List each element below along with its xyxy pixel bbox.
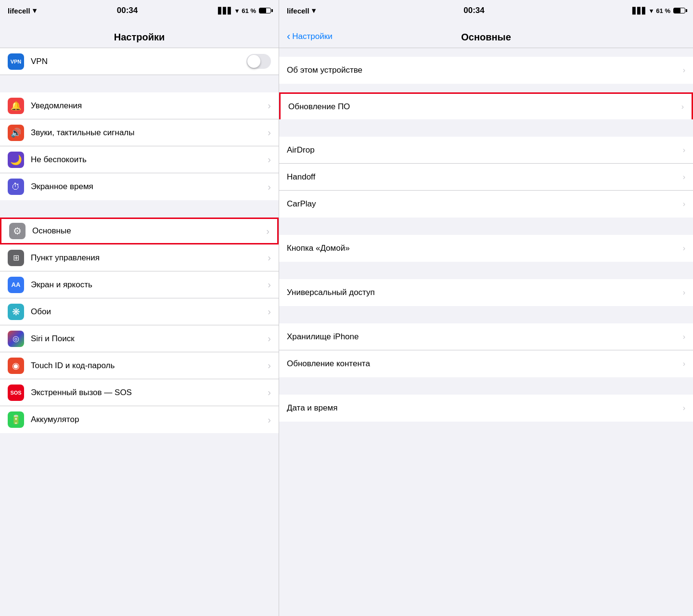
sounds-chevron bbox=[268, 127, 271, 138]
battery-chevron bbox=[268, 414, 271, 425]
left-carrier-info: lifecell ▾ bbox=[8, 6, 37, 15]
left-nav-bar: Настройки bbox=[0, 21, 279, 48]
general-label: Основные bbox=[32, 226, 266, 236]
right-spacer-0 bbox=[279, 48, 693, 57]
notifications-label: Уведомления bbox=[31, 101, 268, 111]
list-item[interactable]: ◉ Touch ID и код-пароль bbox=[0, 352, 279, 379]
back-label: Настройки bbox=[292, 32, 332, 41]
general-section: ⚙ Основные ⊞ Пункт управления AA Экран и… bbox=[0, 218, 279, 433]
storage-chevron: › bbox=[683, 333, 685, 341]
home-button-chevron: › bbox=[683, 244, 685, 253]
back-button[interactable]: ‹ Настройки bbox=[287, 30, 333, 43]
siri-label: Siri и Поиск bbox=[31, 334, 268, 344]
right-section-about: Об этом устройстве › bbox=[279, 57, 693, 84]
touch-id-chevron bbox=[268, 360, 271, 371]
software-update-label: Обновление ПО bbox=[288, 102, 681, 112]
list-item[interactable]: ◎ Siri и Поиск bbox=[0, 325, 279, 352]
general-chevron bbox=[266, 226, 270, 237]
screen-time-chevron bbox=[268, 181, 271, 192]
bg-refresh-label: Обновление контента bbox=[287, 359, 683, 369]
datetime-label: Дата и время bbox=[287, 403, 683, 413]
right-nav-bar: ‹ Настройки Основные bbox=[279, 21, 693, 48]
dnd-label: Не беспокоить bbox=[31, 155, 268, 165]
general-glyph: ⚙ bbox=[13, 225, 22, 237]
list-item[interactable]: SOS Экстренный вызов — SOS bbox=[0, 379, 279, 406]
left-carrier: lifecell bbox=[8, 7, 30, 15]
list-item[interactable]: 🔋 Аккумулятор bbox=[0, 406, 279, 433]
right-signal-icon: ▋▋▋ bbox=[632, 7, 647, 14]
list-item[interactable]: AirDrop › bbox=[279, 137, 693, 164]
right-battery-percent: 61 % bbox=[656, 7, 670, 14]
right-spacer-1 bbox=[279, 84, 693, 92]
vpn-item-label: VPN bbox=[31, 57, 246, 66]
list-item[interactable]: ❋ Обои bbox=[0, 298, 279, 325]
left-status-bar: lifecell ▾ 00:34 ▋▋▋ ▾ 61 % bbox=[0, 0, 279, 21]
right-battery-area: ▋▋▋ ▾ 61 % bbox=[632, 7, 685, 14]
about-label: Об этом устройстве bbox=[287, 65, 683, 75]
touch-id-glyph: ◉ bbox=[12, 360, 20, 371]
list-item[interactable]: Обновление контента › bbox=[279, 350, 693, 377]
home-button-label: Кнопка «Домой» bbox=[287, 244, 683, 253]
dnd-glyph: 🌙 bbox=[10, 154, 22, 166]
airdrop-chevron: › bbox=[683, 146, 685, 154]
datetime-chevron: › bbox=[683, 404, 685, 412]
list-item[interactable]: CarPlay › bbox=[279, 191, 693, 218]
list-item[interactable]: Об этом устройстве › bbox=[279, 57, 693, 84]
battery-label: Аккумулятор bbox=[31, 415, 268, 424]
right-wifi-icon2: ▾ bbox=[650, 7, 653, 14]
list-item[interactable]: Хранилище iPhone › bbox=[279, 323, 693, 350]
right-battery-fill bbox=[674, 8, 680, 13]
list-item[interactable]: Дата и время › bbox=[279, 395, 693, 422]
left-wifi-icon2: ▾ bbox=[235, 7, 239, 14]
about-chevron: › bbox=[683, 66, 685, 75]
left-settings-list: VPN VPN 🔔 Уведомления 🔊 bbox=[0, 48, 279, 616]
list-item[interactable]: Универсальный доступ › bbox=[279, 279, 693, 306]
list-item[interactable]: 🔊 Звуки, тактильные сигналы bbox=[0, 119, 279, 146]
list-item[interactable]: AA Экран и яркость bbox=[0, 271, 279, 298]
screen-time-icon: ⏱ bbox=[8, 179, 24, 195]
list-item[interactable]: Handoff › bbox=[279, 164, 693, 191]
handoff-label: Handoff bbox=[287, 172, 683, 182]
right-section-accessibility: Универсальный доступ › bbox=[279, 279, 693, 306]
vpn-toggle[interactable] bbox=[246, 54, 271, 69]
sounds-glyph: 🔊 bbox=[11, 128, 21, 138]
dnd-icon: 🌙 bbox=[8, 152, 24, 168]
list-item-software-update[interactable]: Обновление ПО › bbox=[279, 92, 693, 119]
bg-refresh-chevron: › bbox=[683, 359, 685, 368]
handoff-chevron: › bbox=[683, 173, 685, 181]
siri-glyph: ◎ bbox=[13, 334, 19, 343]
list-item[interactable]: 🔔 Уведомления bbox=[0, 92, 279, 119]
spacer-2 bbox=[0, 200, 279, 218]
vpn-icon: VPN bbox=[8, 53, 24, 70]
right-carrier: lifecell bbox=[287, 7, 309, 15]
battery-icon-item: 🔋 bbox=[8, 411, 24, 428]
sounds-icon: 🔊 bbox=[8, 125, 24, 141]
screen-time-label: Экранное время bbox=[31, 182, 268, 192]
carplay-chevron: › bbox=[683, 200, 685, 208]
left-wifi-icon: ▾ bbox=[33, 6, 37, 15]
spacer-1 bbox=[0, 75, 279, 92]
list-item[interactable]: VPN VPN bbox=[0, 48, 279, 75]
control-center-label: Пункт управления bbox=[31, 253, 268, 263]
list-item[interactable]: ⊞ Пункт управления bbox=[0, 244, 279, 271]
right-spacer-4 bbox=[279, 262, 693, 279]
list-item[interactable]: ⏱ Экранное время bbox=[0, 173, 279, 200]
siri-chevron bbox=[268, 333, 271, 344]
list-item[interactable]: Кнопка «Домой» › bbox=[279, 235, 693, 262]
list-item[interactable]: 🌙 Не беспокоить bbox=[0, 146, 279, 173]
notifications-glyph: 🔔 bbox=[11, 101, 21, 111]
list-item-general[interactable]: ⚙ Основные bbox=[0, 218, 279, 244]
right-section-datetime: Дата и время › bbox=[279, 395, 693, 422]
right-page-title: Основные bbox=[461, 32, 511, 43]
general-icon: ⚙ bbox=[9, 223, 26, 239]
battery-glyph: 🔋 bbox=[11, 414, 21, 425]
software-update-chevron: › bbox=[681, 103, 684, 111]
notifications-chevron bbox=[268, 100, 271, 111]
right-spacer-2 bbox=[279, 119, 693, 137]
notifications-icon: 🔔 bbox=[8, 98, 24, 114]
right-settings-list: Об этом устройстве › Обновление ПО › Air… bbox=[279, 48, 693, 616]
left-page-title: Настройки bbox=[114, 32, 165, 43]
carplay-label: CarPlay bbox=[287, 199, 683, 209]
left-battery-percent: 61 % bbox=[242, 7, 256, 14]
right-status-bar: lifecell ▾ 00:34 ▋▋▋ ▾ 61 % bbox=[279, 0, 693, 21]
